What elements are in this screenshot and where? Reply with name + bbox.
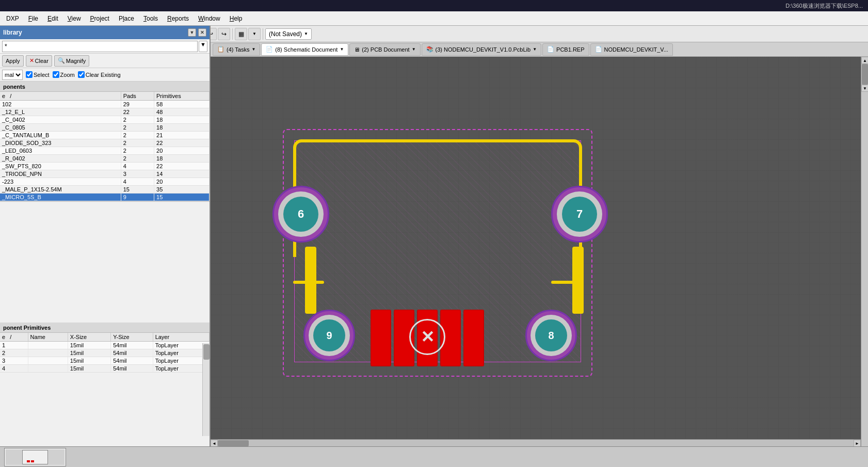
primitives-title: ponent Primitives bbox=[0, 323, 210, 333]
col-pads: Pads bbox=[121, 92, 154, 101]
pad-6-teal: 6 bbox=[283, 197, 318, 232]
scroll-up-button[interactable]: ▲ bbox=[861, 57, 868, 64]
tab-pcblib-label: (3) NODEMCU_DEVKIT_V1.0.PcbLib bbox=[436, 46, 531, 53]
comp-pads: 15 bbox=[121, 186, 154, 194]
tb-grid[interactable]: ▦ bbox=[235, 28, 247, 40]
title-path: D:\360极速浏览器下载\ESP8... bbox=[785, 2, 863, 10]
tab-nodemcu[interactable]: 📄 NODEMCU_DEVKIT_V... bbox=[590, 43, 673, 56]
tb-not-saved-dropdown[interactable]: (Not Saved) ▼ bbox=[265, 28, 312, 40]
select-checkbox-label[interactable]: Select bbox=[26, 71, 50, 78]
clear-existing-checkbox[interactable] bbox=[78, 71, 85, 78]
scroll-thumb[interactable] bbox=[862, 64, 868, 85]
comp-pads: 29 bbox=[121, 101, 154, 108]
zoom-checkbox-label[interactable]: Zoom bbox=[53, 71, 75, 78]
yellow-connector-left bbox=[305, 247, 316, 314]
panel-close-btn[interactable]: ✕ bbox=[198, 28, 206, 37]
hscroll-thumb[interactable] bbox=[218, 440, 249, 446]
tab-pcb[interactable]: 🖥 (2) PCB Document ▼ bbox=[349, 43, 420, 56]
comp-pads: 4 bbox=[121, 178, 154, 186]
primitives-scrollbar[interactable] bbox=[202, 343, 210, 436]
comp-pads: 2 bbox=[121, 132, 154, 139]
tab-pcb-arrow[interactable]: ▼ bbox=[412, 47, 416, 52]
prim-ysize: 54mil bbox=[111, 365, 153, 373]
prim-col-xsize: X-Size bbox=[68, 333, 110, 342]
comp-name: -223 bbox=[0, 178, 121, 186]
menu-project[interactable]: Project bbox=[86, 14, 114, 23]
tb-grid-arrow[interactable]: ▼ bbox=[248, 28, 261, 40]
comp-pads: 2 bbox=[121, 155, 154, 163]
tab-rep[interactable]: 📄 PCB1.REP bbox=[542, 43, 589, 56]
clear-icon: ✕ bbox=[29, 57, 34, 64]
comp-pads: 3 bbox=[121, 170, 154, 178]
tab-schematic[interactable]: 📄 (8) Schematic Document ▼ bbox=[261, 43, 348, 56]
table-row[interactable]: _C_0402 2 18 bbox=[0, 116, 210, 124]
tb-dropdown-arrow: ▼ bbox=[304, 31, 308, 36]
menu-view[interactable]: View bbox=[63, 14, 85, 23]
menu-window[interactable]: Window bbox=[194, 14, 224, 23]
tab-schematic-icon: 📄 bbox=[266, 46, 273, 53]
table-row[interactable]: _MICRO_5S_B 9 15 bbox=[0, 194, 210, 201]
table-row[interactable]: _C_0805 2 18 bbox=[0, 124, 210, 132]
magnify-button[interactable]: 🔍 Magnify bbox=[54, 55, 90, 67]
table-row[interactable]: _MALE_P_1X15-2.54M 15 35 bbox=[0, 186, 210, 194]
table-row[interactable]: _LED_0603 2 20 bbox=[0, 147, 210, 155]
comp-name: _12_E_L bbox=[0, 108, 121, 116]
menu-dxp[interactable]: DXP bbox=[2, 14, 23, 23]
tab-pcblib-arrow[interactable]: ▼ bbox=[533, 47, 537, 52]
menu-edit[interactable]: Edit bbox=[43, 14, 62, 23]
table-row[interactable]: _R_0402 2 18 bbox=[0, 155, 210, 163]
main-canvas[interactable]: 6 7 9 8 ✕ bbox=[211, 57, 868, 446]
scroll-down-button[interactable]: ▼ bbox=[861, 85, 868, 92]
menu-file[interactable]: File bbox=[24, 14, 42, 23]
search-input[interactable] bbox=[2, 41, 198, 52]
menu-place[interactable]: Place bbox=[115, 14, 138, 23]
table-row: 2 15mil 54mil TopLayer bbox=[0, 349, 210, 357]
minimap-component bbox=[22, 450, 48, 464]
comp-name: _R_0402 bbox=[0, 155, 121, 163]
mode-select[interactable]: mal bbox=[2, 70, 23, 80]
pad-9: 9 bbox=[303, 310, 355, 361]
prim-xsize: 15mil bbox=[68, 365, 110, 373]
components-title: ponents bbox=[0, 82, 210, 92]
tab-tasks-arrow[interactable]: ▼ bbox=[251, 47, 255, 52]
table-row[interactable]: _C_TANTALUM_B 2 21 bbox=[0, 132, 210, 139]
table-row[interactable]: _12_E_L 22 48 bbox=[0, 108, 210, 116]
table-row[interactable]: _DIODE_SOD_323 2 22 bbox=[0, 139, 210, 147]
hscroll-left-button[interactable]: ◄ bbox=[211, 440, 218, 447]
tab-tasks[interactable]: 📋 (4) Tasks ▼ bbox=[213, 43, 260, 56]
minimap-content bbox=[6, 449, 65, 465]
comp-primitives: 22 bbox=[154, 163, 210, 170]
apply-button[interactable]: Apply bbox=[2, 55, 24, 67]
prim-ysize: 54mil bbox=[111, 342, 153, 349]
tab-pcblib[interactable]: 📚 (3) NODEMCU_DEVKIT_V1.0.PcbLib ▼ bbox=[422, 43, 542, 56]
table-row[interactable]: _SW_PTS_820 4 22 bbox=[0, 163, 210, 170]
menu-tools[interactable]: Tools bbox=[139, 14, 162, 23]
search-dropdown[interactable]: ▼ bbox=[199, 41, 207, 52]
comp-name: _MICRO_5S_B bbox=[0, 194, 121, 201]
prim-name bbox=[28, 342, 68, 349]
comp-pads: 22 bbox=[121, 108, 154, 116]
select-checkbox[interactable] bbox=[26, 71, 33, 78]
panel-pin-btn[interactable]: ▼ bbox=[188, 28, 196, 37]
tab-schematic-arrow[interactable]: ▼ bbox=[340, 47, 344, 52]
primitives-scroll-thumb bbox=[203, 344, 210, 360]
prim-layer: TopLayer bbox=[153, 365, 209, 373]
tab-pcb-label: (2) PCB Document bbox=[362, 46, 409, 53]
table-row[interactable]: -223 4 20 bbox=[0, 178, 210, 186]
table-row[interactable]: _TRIODE_NPN 3 14 bbox=[0, 170, 210, 178]
comp-primitives: 18 bbox=[154, 155, 210, 163]
zoom-checkbox[interactable] bbox=[53, 71, 59, 78]
menu-help[interactable]: Help bbox=[226, 14, 247, 23]
tab-schematic-label: (8) Schematic Document bbox=[275, 46, 337, 53]
prim-ysize: 54mil bbox=[111, 357, 153, 365]
comp-name: 102 bbox=[0, 101, 121, 108]
table-row[interactable]: 102 29 58 bbox=[0, 101, 210, 108]
hscroll-right-button[interactable]: ► bbox=[854, 440, 861, 447]
clear-button[interactable]: ✕ Clear bbox=[26, 55, 52, 67]
panel-header-controls: ▼ ✕ bbox=[188, 28, 206, 37]
prim-xsize: 15mil bbox=[68, 349, 110, 357]
tb-redo[interactable]: ↪ bbox=[218, 28, 230, 40]
scroll-track bbox=[861, 64, 868, 85]
menu-reports[interactable]: Reports bbox=[163, 14, 193, 23]
clear-existing-checkbox-label[interactable]: Clear Existing bbox=[78, 71, 121, 78]
